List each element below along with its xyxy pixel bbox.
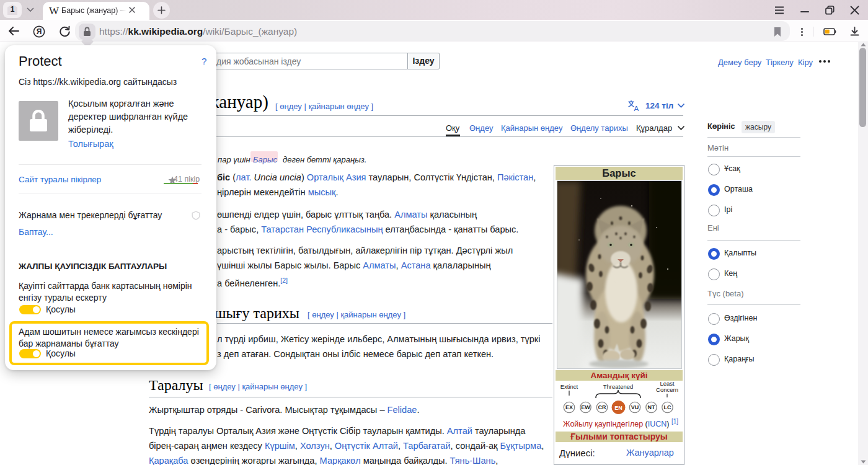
svg-text:EW: EW	[581, 404, 590, 410]
svg-text:A: A	[634, 105, 639, 112]
svg-text:EN: EN	[614, 405, 622, 411]
svg-text:Concern: Concern	[656, 386, 678, 393]
svg-text:VU: VU	[631, 404, 639, 410]
svg-text:Я: Я	[37, 27, 42, 36]
svg-text:CR: CR	[598, 404, 606, 410]
svg-text:NT: NT	[648, 404, 655, 410]
svg-text:EX: EX	[565, 404, 573, 410]
svg-text:Extinct: Extinct	[560, 383, 578, 390]
svg-text:LC: LC	[664, 404, 671, 410]
svg-text:Threatened: Threatened	[603, 383, 634, 390]
